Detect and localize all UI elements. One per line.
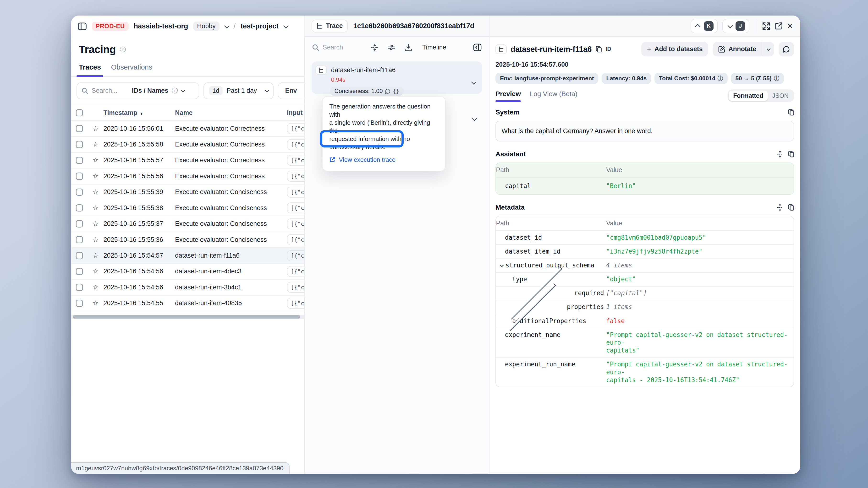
table-row[interactable]: ☆ 2025-10-16 15:55:58 Execute evaluator:… — [71, 137, 304, 153]
prev-item-button[interactable]: K — [690, 19, 718, 33]
project-name[interactable]: test-project — [241, 22, 279, 30]
kv-row[interactable]: type "object" — [496, 273, 794, 287]
star-icon[interactable]: ☆ — [88, 188, 103, 196]
format-formatted[interactable]: Formatted — [728, 91, 768, 101]
kv-row-expandable[interactable]: structured_output_schema 4 items — [496, 259, 794, 272]
row-checkbox[interactable] — [76, 172, 83, 180]
star-icon[interactable]: ☆ — [88, 236, 103, 244]
horizontal-scrollbar[interactable] — [71, 315, 304, 319]
row-input-preview[interactable]: [{"cor — [287, 187, 304, 198]
star-icon[interactable]: ☆ — [88, 284, 103, 291]
star-icon[interactable]: ☆ — [88, 252, 103, 260]
collapse-all-icon[interactable] — [371, 43, 379, 52]
star-icon[interactable]: ☆ — [88, 156, 103, 164]
info-icon[interactable]: ⓘ — [120, 45, 126, 54]
search-filter[interactable]: IDs / Names ⓘ — [76, 83, 199, 99]
copy-icon[interactable] — [596, 46, 602, 53]
row-checkbox[interactable] — [76, 268, 83, 275]
env-filter[interactable]: Env — [278, 83, 304, 99]
star-icon[interactable]: ☆ — [88, 299, 103, 307]
info-icon[interactable]: ⓘ — [774, 74, 779, 82]
chevron-down-icon[interactable] — [500, 263, 504, 267]
kv-row[interactable]: experiment_run_name "Prompt capital-gues… — [496, 358, 794, 387]
search-scope-label[interactable]: IDs / Names — [132, 87, 168, 94]
row-checkbox[interactable] — [76, 220, 83, 227]
column-input[interactable]: Input — [287, 109, 304, 117]
row-checkbox[interactable] — [76, 252, 83, 259]
select-all-checkbox[interactable] — [76, 109, 83, 117]
collapse-panel-icon[interactable] — [473, 43, 482, 52]
row-input-preview[interactable]: [{"cor — [287, 219, 304, 229]
star-icon[interactable]: ☆ — [88, 204, 103, 212]
tab-log-view[interactable]: Log View (Beta) — [530, 90, 578, 101]
star-icon[interactable]: ☆ — [88, 140, 103, 149]
table-row[interactable]: ☆ 2025-10-16 15:55:57 Execute evaluator:… — [71, 153, 304, 168]
timeline-toggle[interactable]: Timeline — [422, 44, 446, 51]
project-chevron-down-icon[interactable] — [283, 23, 289, 29]
star-icon[interactable]: ☆ — [88, 220, 103, 228]
next-item-button[interactable]: J — [722, 19, 750, 33]
table-row[interactable]: ☆ 2025-10-16 15:55:37 Execute evaluator:… — [71, 216, 304, 232]
copy-icon[interactable] — [788, 109, 794, 116]
info-icon[interactable]: ⓘ — [718, 74, 723, 82]
star-icon[interactable]: ☆ — [88, 267, 103, 275]
annotate-button[interactable]: Annotate — [713, 42, 762, 56]
column-timestamp[interactable]: Timestamp▼ — [103, 109, 175, 117]
kv-row[interactable]: dataset_item_id "i3nz7e9jfjv9z58r4fh2zpt… — [496, 245, 794, 259]
row-input-preview[interactable]: [{"cor — [287, 234, 304, 245]
row-checkbox[interactable] — [76, 300, 83, 307]
table-row[interactable]: ☆ 2025-10-16 15:55:56 Execute evaluator:… — [71, 168, 304, 184]
row-input-preview[interactable]: [{"cor — [287, 266, 304, 277]
score-badge[interactable]: Conciseness: 1.00 {} — [330, 87, 404, 96]
table-row[interactable]: ☆ 2025-10-16 15:56:01 Execute evaluator:… — [71, 121, 304, 137]
table-row-selected[interactable]: ☆ 2025-10-16 15:54:57 dataset-run-item-f… — [71, 248, 304, 264]
open-in-new-icon[interactable] — [775, 22, 783, 30]
trace-id[interactable]: 1c1e6b260b693a6760200f831eabf17d — [353, 22, 474, 30]
kv-row[interactable]: additionalProperties false — [496, 314, 794, 328]
row-input-preview[interactable]: [{"cor — [287, 298, 304, 309]
view-execution-trace-link[interactable]: View execution trace — [329, 156, 438, 163]
scrollbar-thumb[interactable] — [73, 315, 300, 319]
tab-observations[interactable]: Observations — [111, 63, 152, 76]
star-icon[interactable]: ☆ — [88, 172, 103, 180]
copy-icon[interactable] — [788, 151, 794, 158]
format-json[interactable]: JSON — [768, 91, 793, 101]
copy-icon[interactable] — [788, 204, 794, 211]
search-input[interactable] — [92, 87, 128, 94]
star-icon[interactable]: ☆ — [88, 125, 103, 133]
row-input-preview[interactable]: [{"cor — [287, 155, 304, 166]
comments-button[interactable] — [779, 42, 794, 56]
table-row[interactable]: ☆ 2025-10-16 15:54:55 dataset-run-item-4… — [71, 296, 304, 312]
row-checkbox[interactable] — [76, 189, 83, 196]
org-chevron-down-icon[interactable] — [224, 23, 229, 29]
add-to-datasets-button[interactable]: + Add to datasets — [641, 42, 708, 56]
download-icon[interactable] — [404, 43, 412, 52]
row-checkbox[interactable] — [76, 236, 83, 243]
tree-search-input[interactable] — [323, 44, 362, 51]
kv-row[interactable]: experiment_name "Prompt capital-guesser-… — [496, 328, 794, 358]
table-row[interactable]: ☆ 2025-10-16 15:54:56 dataset-run-item-4… — [71, 264, 304, 280]
expand-rows-icon[interactable] — [777, 204, 783, 211]
table-row[interactable]: ☆ 2025-10-16 15:54:56 dataset-run-item-3… — [71, 280, 304, 295]
table-row[interactable]: ☆ 2025-10-16 15:55:39 Execute evaluator:… — [71, 185, 304, 200]
row-checkbox[interactable] — [76, 284, 83, 291]
id-label[interactable]: ID — [606, 46, 611, 52]
row-input-preview[interactable]: [{"cor — [287, 171, 304, 182]
sidebar-toggle-icon[interactable] — [78, 23, 87, 30]
row-input-preview[interactable]: [{"cor — [287, 250, 304, 261]
close-icon[interactable]: ✕ — [787, 22, 793, 30]
scope-chevron-down-icon[interactable] — [181, 89, 185, 93]
org-name[interactable]: hassieb-test-org — [134, 22, 188, 30]
column-name[interactable]: Name — [175, 109, 287, 117]
row-checkbox[interactable] — [76, 204, 83, 212]
table-row[interactable]: ☆ 2025-10-16 15:55:36 Execute evaluator:… — [71, 232, 304, 248]
row-input-preview[interactable]: [{"cor — [287, 123, 304, 134]
trace-tree-item-selected[interactable]: dataset-run-item-f11a6 0.94s Conciseness… — [312, 61, 482, 94]
kv-row-expandable[interactable]: properties 1 items — [496, 300, 794, 314]
table-row[interactable]: ☆ 2025-10-16 15:55:38 Execute evaluator:… — [71, 200, 304, 216]
kv-row[interactable]: capital "Berlin" — [496, 177, 794, 194]
row-checkbox[interactable] — [76, 141, 83, 148]
row-checkbox[interactable] — [76, 157, 83, 164]
annotate-dropdown-button[interactable] — [762, 42, 774, 56]
row-input-preview[interactable]: [{"cor — [287, 202, 304, 214]
